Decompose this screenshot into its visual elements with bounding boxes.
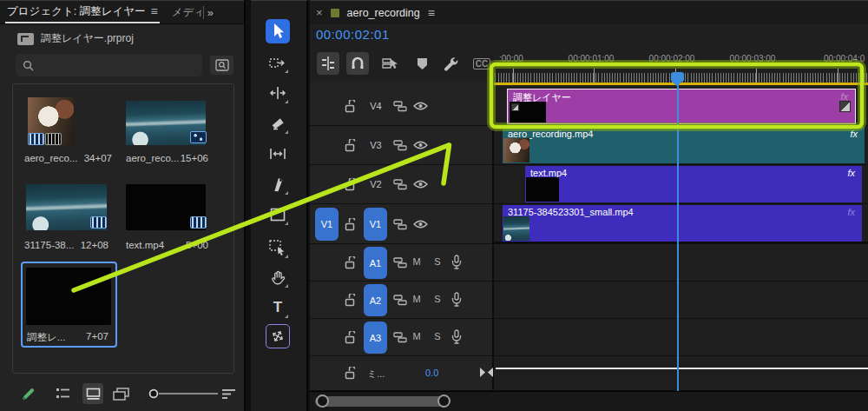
sync-lock-icon[interactable] bbox=[393, 139, 408, 152]
fx-badge[interactable]: fx bbox=[847, 168, 855, 178]
track-target-a3[interactable]: A3 bbox=[364, 322, 387, 354]
freeform-view-button[interactable] bbox=[110, 383, 131, 404]
sync-lock-icon[interactable] bbox=[393, 256, 408, 269]
timeline-settings-button[interactable] bbox=[439, 52, 462, 75]
clip-text-mp4[interactable]: text.mp4 fx bbox=[525, 166, 862, 202]
sync-lock-icon[interactable] bbox=[393, 100, 408, 113]
master-level-value[interactable]: 0.0 bbox=[425, 368, 438, 378]
bin-item-label[interactable]: 調整レ... 7+07 bbox=[27, 331, 108, 344]
zoom-slider[interactable] bbox=[148, 388, 218, 399]
hand-tool[interactable] bbox=[266, 265, 290, 289]
scrollbar-handle-left[interactable] bbox=[316, 394, 329, 408]
selection-tool[interactable] bbox=[266, 19, 290, 43]
linked-selection-toggle[interactable] bbox=[379, 52, 402, 75]
object-selection-tool[interactable] bbox=[266, 235, 290, 260]
transform-tool[interactable] bbox=[266, 324, 290, 348]
razor-tool[interactable] bbox=[266, 111, 290, 136]
snap-toggle[interactable] bbox=[346, 52, 369, 75]
lock-icon[interactable] bbox=[345, 367, 356, 380]
panel-menu-icon[interactable]: ≡ bbox=[151, 4, 158, 18]
sequence-tab-label[interactable]: aero_recording bbox=[347, 7, 420, 19]
mute-button[interactable]: M bbox=[410, 256, 424, 267]
source-patch-v1[interactable]: V1 bbox=[315, 208, 339, 241]
bin-item-label[interactable]: 31175-38... 12+08 bbox=[24, 240, 108, 250]
eye-icon[interactable] bbox=[413, 101, 428, 111]
lock-icon[interactable] bbox=[345, 100, 356, 113]
search-box[interactable] bbox=[16, 54, 202, 76]
track-content-a2[interactable] bbox=[494, 282, 868, 319]
scrollbar-thumb[interactable] bbox=[315, 396, 447, 407]
fit-icon[interactable] bbox=[480, 368, 493, 377]
zoom-slider-knob[interactable] bbox=[148, 388, 159, 399]
track-target-a2[interactable]: A2 bbox=[364, 284, 387, 316]
eye-icon[interactable] bbox=[413, 140, 428, 150]
track-content-master[interactable] bbox=[494, 356, 868, 391]
track-label-v3[interactable]: V3 bbox=[364, 140, 388, 150]
track-target-a1[interactable]: A1 bbox=[364, 247, 387, 279]
fx-badge[interactable]: fx bbox=[850, 129, 858, 139]
playhead-timecode[interactable]: 00:00:02:01 bbox=[316, 27, 390, 42]
sync-lock-icon[interactable] bbox=[393, 331, 408, 344]
playhead-marker[interactable] bbox=[671, 72, 684, 81]
track-content-a1[interactable] bbox=[494, 247, 868, 282]
sync-lock-icon[interactable] bbox=[393, 294, 408, 307]
scrollbar-handle-right[interactable] bbox=[437, 394, 450, 408]
mic-icon[interactable] bbox=[451, 329, 462, 344]
master-level-line[interactable] bbox=[496, 368, 868, 369]
bin-item-label[interactable]: aero_reco... 34+07 bbox=[24, 153, 112, 163]
track-select-forward-tool[interactable] bbox=[266, 50, 290, 75]
lock-icon[interactable] bbox=[345, 256, 356, 269]
sync-lock-icon[interactable] bbox=[393, 218, 408, 231]
tab-media-browser[interactable]: メディ bbox=[172, 5, 201, 20]
lock-icon[interactable] bbox=[345, 139, 356, 152]
bin-item-thumbnail[interactable] bbox=[26, 268, 111, 325]
ripple-edit-tool[interactable] bbox=[266, 81, 290, 105]
eye-icon[interactable] bbox=[413, 179, 428, 189]
pen-tool[interactable] bbox=[266, 172, 290, 196]
more-panels-icon[interactable]: » bbox=[207, 6, 213, 19]
lock-icon[interactable] bbox=[345, 331, 356, 344]
bin-item-label[interactable]: aero_reco... 15+06 bbox=[126, 153, 208, 163]
mute-button[interactable]: M bbox=[410, 331, 424, 341]
mic-icon[interactable] bbox=[451, 255, 462, 269]
add-marker-button[interactable] bbox=[411, 52, 433, 75]
list-view-button[interactable] bbox=[53, 383, 74, 404]
bin-item-label[interactable]: text.mp4 5+00 bbox=[126, 240, 208, 250]
solo-button[interactable]: S bbox=[431, 331, 444, 341]
timeline-scrollbar[interactable] bbox=[310, 391, 868, 411]
type-tool[interactable]: T bbox=[266, 295, 290, 320]
solo-button[interactable]: S bbox=[431, 294, 444, 304]
fx-badge[interactable]: fx bbox=[847, 207, 855, 217]
track-label-v2[interactable]: V2 bbox=[364, 179, 388, 189]
rectangle-tool[interactable] bbox=[266, 202, 290, 227]
icon-view-button[interactable] bbox=[82, 383, 103, 404]
clip-aero-recording[interactable]: aero_recording.mp4 fx bbox=[503, 127, 865, 163]
eye-icon[interactable] bbox=[413, 219, 428, 229]
slip-tool[interactable] bbox=[266, 142, 290, 166]
timeline-menu-icon[interactable]: ≡ bbox=[428, 6, 435, 20]
clip-adjustment-layer[interactable]: 調整レイヤー fx bbox=[507, 89, 856, 124]
writable-indicator[interactable] bbox=[17, 383, 38, 404]
close-panel-icon[interactable]: × bbox=[316, 6, 323, 19]
navigate-up-icon[interactable] bbox=[17, 33, 34, 45]
lock-icon[interactable] bbox=[345, 178, 356, 191]
sort-button[interactable] bbox=[218, 383, 239, 404]
zoom-slider-track[interactable] bbox=[159, 393, 218, 394]
lock-icon[interactable] bbox=[345, 294, 356, 307]
mic-icon[interactable] bbox=[451, 292, 462, 307]
mute-button[interactable]: M bbox=[410, 294, 424, 304]
nest-insert-toggle[interactable] bbox=[317, 52, 339, 75]
track-target-v1[interactable]: V1 bbox=[364, 208, 387, 241]
clip-31175-small-mp4[interactable]: 31175-384523301_small.mp4 fx bbox=[503, 205, 862, 242]
solo-button[interactable]: S bbox=[431, 256, 444, 267]
track-content-a3[interactable] bbox=[494, 319, 868, 356]
search-input[interactable] bbox=[39, 59, 195, 71]
sync-lock-icon[interactable] bbox=[393, 178, 408, 191]
master-track-label[interactable]: ミ... bbox=[367, 368, 385, 381]
captions-button[interactable]: CC bbox=[470, 52, 493, 75]
lock-icon[interactable] bbox=[345, 218, 356, 231]
tab-project[interactable]: プロジェクト: 調整レイヤー ≡ bbox=[5, 1, 160, 23]
track-label-v4[interactable]: V4 bbox=[364, 101, 388, 111]
playhead-line[interactable] bbox=[677, 83, 679, 391]
find-button[interactable] bbox=[210, 56, 233, 75]
